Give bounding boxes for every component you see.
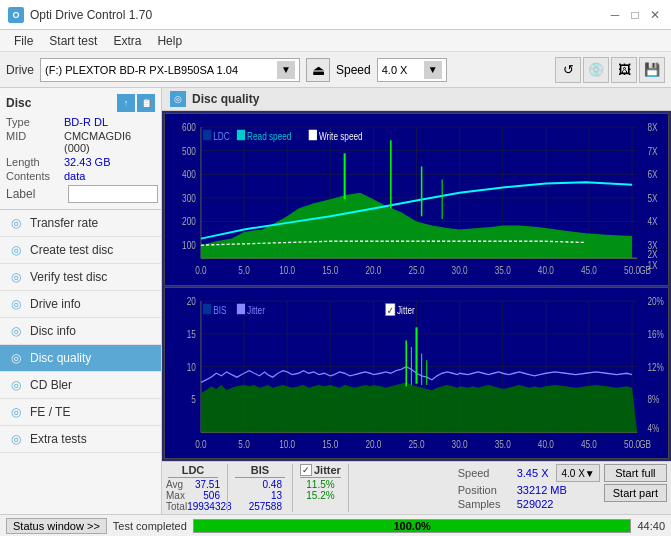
chart2-svg: 20 15 10 5 0.0 5.0 10.0 15.0 20.0 25.0 3… (165, 288, 668, 459)
svg-text:16%: 16% (647, 327, 664, 339)
sidebar-item-verify-test-disc[interactable]: ◎ Verify test disc (0, 264, 161, 291)
disc-icon-btn-1[interactable]: ↑ (117, 94, 135, 112)
svg-text:8X: 8X (647, 121, 658, 133)
menu-file[interactable]: File (6, 32, 41, 50)
sidebar-nav: ◎ Transfer rate ◎ Create test disc ◎ Ver… (0, 210, 161, 514)
svg-text:50.0: 50.0 (624, 437, 640, 449)
menu-start-test[interactable]: Start test (41, 32, 105, 50)
start-full-button[interactable]: Start full (604, 464, 667, 482)
disc-icon-btn-2[interactable]: 📋 (137, 94, 155, 112)
svg-text:5.0: 5.0 (238, 264, 249, 276)
disc-quality-header: ◎ Disc quality (162, 88, 671, 111)
toolbar-btn-3[interactable]: 🖼 (611, 57, 637, 83)
toolbar-btn-1[interactable]: ↺ (555, 57, 581, 83)
fe-te-label: FE / TE (30, 405, 70, 419)
svg-rect-54 (309, 130, 317, 140)
svg-text:BIS: BIS (213, 304, 226, 316)
drive-selector[interactable]: (F:) PLEXTOR BD-R PX-LB950SA 1.04 ▼ (40, 58, 300, 82)
svg-text:40.0: 40.0 (538, 264, 554, 276)
sidebar-item-disc-info[interactable]: ◎ Disc info (0, 318, 161, 345)
svg-text:200: 200 (182, 215, 196, 227)
status-bar: Status window >> Test completed 100.0% 4… (0, 514, 671, 536)
app-icon: O (8, 7, 24, 23)
svg-text:LDC: LDC (213, 130, 230, 142)
jitter-avg: 11.5% (306, 479, 334, 490)
svg-text:20%: 20% (647, 295, 664, 307)
svg-text:Jitter: Jitter (397, 304, 415, 316)
speed-dropdown-arrow: ▼ (585, 468, 595, 479)
jitter-header: Jitter (314, 464, 341, 476)
svg-rect-100 (203, 303, 211, 313)
minimize-button[interactable]: ─ (607, 7, 623, 23)
svg-rect-52 (237, 130, 245, 140)
svg-text:15.0: 15.0 (322, 437, 338, 449)
stats-panel: LDC Avg 37.51 Max 506 Total 19934328 BIS (162, 461, 671, 514)
drive-dropdown-icon[interactable]: ▼ (277, 61, 295, 79)
svg-text:8%: 8% (647, 393, 659, 405)
chart1-svg: 600 500 400 300 200 100 0.0 5.0 10.0 15.… (165, 114, 668, 285)
avg-label: Avg (166, 479, 183, 490)
fe-te-icon: ◎ (8, 404, 24, 420)
speed-value: 4.0 X (382, 64, 424, 76)
jitter-checkbox[interactable]: ✓ (300, 464, 312, 476)
svg-text:5: 5 (191, 393, 196, 405)
start-part-button[interactable]: Start part (604, 484, 667, 502)
chart2-container: 20 15 10 5 0.0 5.0 10.0 15.0 20.0 25.0 3… (164, 287, 669, 460)
app-title: Opti Drive Control 1.70 (30, 8, 152, 22)
ldc-max: 506 (203, 490, 220, 501)
close-button[interactable]: ✕ (647, 7, 663, 23)
svg-text:45.0: 45.0 (581, 437, 597, 449)
menu-extra[interactable]: Extra (105, 32, 149, 50)
progress-bar: 100.0% (193, 519, 632, 533)
disc-label-input[interactable] (68, 185, 158, 203)
svg-text:10: 10 (187, 360, 196, 372)
svg-text:Read speed: Read speed (247, 130, 291, 142)
sidebar-item-extra-tests[interactable]: ◎ Extra tests (0, 426, 161, 453)
speed-label: Speed (336, 63, 371, 77)
svg-text:7X: 7X (647, 145, 658, 157)
bis-header: BIS (235, 464, 285, 478)
svg-text:4%: 4% (647, 422, 659, 434)
sidebar-item-drive-info[interactable]: ◎ Drive info (0, 291, 161, 318)
create-test-disc-icon: ◎ (8, 242, 24, 258)
maximize-button[interactable]: □ (627, 7, 643, 23)
chart1-container: 600 500 400 300 200 100 0.0 5.0 10.0 15.… (164, 113, 669, 286)
sidebar-item-fe-te[interactable]: ◎ FE / TE (0, 399, 161, 426)
svg-text:Write speed: Write speed (319, 130, 363, 142)
ldc-total: 19934328 (187, 501, 232, 512)
sidebar-item-cd-bler[interactable]: ◎ CD Bler (0, 372, 161, 399)
speed-dropdown-stat[interactable]: 4.0 X ▼ (556, 464, 599, 482)
toolbar-btn-4[interactable]: 💾 (639, 57, 665, 83)
disc-contents: data (64, 170, 85, 182)
status-window-button[interactable]: Status window >> (6, 518, 107, 534)
transfer-rate-icon: ◎ (8, 215, 24, 231)
menu-help[interactable]: Help (149, 32, 190, 50)
jitter-max: 15.2% (306, 490, 334, 501)
disc-panel: Disc ↑ 📋 Type BD-R DL MID CMCMAGDI6 (000… (0, 88, 161, 210)
speed-dropdown-icon[interactable]: ▼ (424, 61, 442, 79)
svg-text:400: 400 (182, 168, 196, 180)
samples-val: 529022 (517, 498, 554, 510)
sidebar-item-disc-quality[interactable]: ◎ Disc quality (0, 345, 161, 372)
disc-info-icon: ◎ (8, 323, 24, 339)
bis-total: 257588 (249, 501, 282, 512)
mid-label: MID (6, 130, 64, 154)
sidebar-item-create-test-disc[interactable]: ◎ Create test disc (0, 237, 161, 264)
speed-selector[interactable]: 4.0 X ▼ (377, 58, 447, 82)
disc-panel-title: Disc (6, 96, 31, 110)
svg-text:10.0: 10.0 (279, 437, 295, 449)
svg-text:6X: 6X (647, 168, 658, 180)
max-label: Max (166, 490, 185, 501)
cd-bler-label: CD Bler (30, 378, 72, 392)
sidebar-item-transfer-rate[interactable]: ◎ Transfer rate (0, 210, 161, 237)
charts-area: 600 500 400 300 200 100 0.0 5.0 10.0 15.… (162, 111, 671, 461)
disc-length: 32.43 GB (64, 156, 110, 168)
speed-label-stat: Speed (458, 467, 513, 479)
sidebar: Disc ↑ 📋 Type BD-R DL MID CMCMAGDI6 (000… (0, 88, 162, 514)
eject-button[interactable]: ⏏ (306, 58, 330, 82)
svg-text:20: 20 (187, 295, 196, 307)
toolbar-btn-2[interactable]: 💿 (583, 57, 609, 83)
verify-test-disc-label: Verify test disc (30, 270, 107, 284)
drive-info-icon: ◎ (8, 296, 24, 312)
svg-text:45.0: 45.0 (581, 264, 597, 276)
